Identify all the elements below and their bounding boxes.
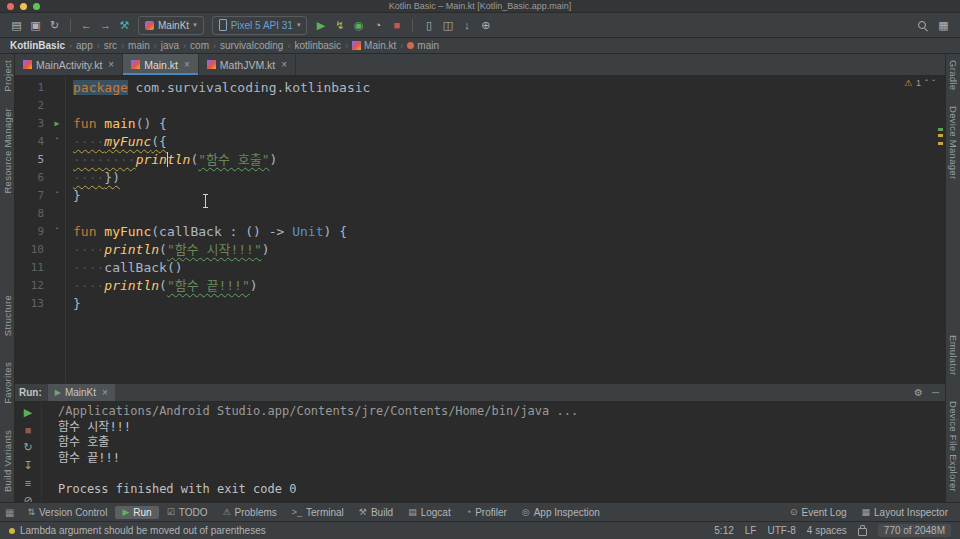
scroll-to-end-icon[interactable]: ↧ (21, 459, 36, 472)
toolwindow-tab-todo[interactable]: ☑TODO (160, 506, 215, 519)
code-line-10[interactable]: 10····println("함수 시작!!!") (15, 241, 945, 259)
breadcrumb-item-main[interactable]: main (128, 40, 150, 51)
search-everywhere-icon[interactable] (914, 17, 931, 34)
toolwindow-button-build-variants[interactable]: Build Variants (2, 430, 13, 492)
restart-icon[interactable]: ↻ (21, 441, 36, 454)
open-file-icon[interactable]: ▤ (8, 17, 25, 34)
rerun-icon[interactable]: ▶ (21, 406, 36, 419)
toolwindow-button-emulator[interactable]: Emulator (948, 335, 959, 375)
toolwindow-tab-build[interactable]: ⚒Build (352, 506, 400, 519)
editor-tab-main-kt[interactable]: Main.kt× (123, 54, 199, 75)
save-all-icon[interactable]: ▣ (27, 17, 44, 34)
sdk-manager-icon[interactable]: ↓ (458, 17, 475, 34)
editor-tab-mathjvm-kt[interactable]: MathJVM.kt× (199, 54, 296, 75)
settings-gear-icon[interactable]: ⚙ (914, 387, 923, 398)
apply-changes-icon[interactable]: ↯ (331, 17, 348, 34)
toolwindow-tab-version-control[interactable]: ⇅Version Control (20, 506, 114, 519)
avd-manager-icon[interactable]: ◫ (439, 17, 456, 34)
code-line-7[interactable]: 7ˆ} (15, 187, 945, 205)
toolwindow-button-device-manager[interactable]: Device Manager (948, 106, 959, 179)
editor-tab-mainactivity-kt[interactable]: MainActivity.kt× (15, 54, 123, 75)
attach-debugger-icon[interactable]: ⊕ (477, 17, 494, 34)
close-icon[interactable]: × (102, 387, 108, 398)
code-text: fun myFunc(callBack : () -> Unit) { (65, 223, 347, 241)
minimize-window-button[interactable] (20, 3, 27, 10)
code-line-8[interactable]: 8 (15, 205, 945, 223)
profile-app-icon[interactable]: ◔ (369, 17, 386, 34)
build-project-icon[interactable]: ⚒ (116, 17, 133, 34)
stop-icon[interactable]: ■ (388, 17, 405, 34)
console-output[interactable]: /Applications/Android Studio.app/Content… (42, 402, 945, 502)
toolwindow-tab-event-log[interactable]: ⊙Event Log (783, 506, 854, 519)
toolwindow-button-device-file-explorer[interactable]: Device File Explorer (948, 401, 959, 492)
next-warning-icon[interactable]: ˇ (932, 78, 935, 88)
print-icon[interactable]: ≡ (21, 477, 36, 489)
device-select[interactable]: Pixel 5 API 31 ▾ (212, 16, 308, 35)
code-text: ········println("함수 호출") (65, 151, 277, 169)
breadcrumb-item-com[interactable]: com (190, 40, 209, 51)
device-manager-icon[interactable]: ▯ (420, 17, 437, 34)
toolwindow-button-gradle[interactable]: Gradle (948, 60, 959, 90)
indent-setting[interactable]: 4 spaces (807, 525, 847, 536)
layout-grid-icon[interactable]: ▦ (935, 17, 952, 34)
run-line-icon[interactable]: ▶ (49, 115, 65, 133)
breadcrumb-item-src[interactable]: src (104, 40, 117, 51)
breadcrumb-item-java[interactable]: java (161, 40, 179, 51)
code-line-5[interactable]: 5········println("함수 호출") (15, 151, 945, 169)
memory-indicator[interactable]: 770 of 2048M (878, 524, 951, 537)
code-line-13[interactable]: 13} (15, 295, 945, 313)
code-editor[interactable]: 1package com.survivalcoding.kotlinbasic2… (15, 76, 945, 383)
forward-icon[interactable]: → (97, 17, 114, 34)
code-line-3[interactable]: 3▶fun main() { (15, 115, 945, 133)
toolwindow-tab-label: Build (371, 507, 393, 518)
run-config-select[interactable]: MainKt ▾ (138, 16, 204, 35)
code-line-1[interactable]: 1package com.survivalcoding.kotlinbasic (15, 79, 945, 97)
toolwindow-toggle-icon[interactable]: ▦ (5, 507, 14, 518)
toolwindow-button-project[interactable]: Project (2, 60, 13, 92)
prev-warning-icon[interactable]: ˆ (925, 78, 928, 88)
debug-icon[interactable]: ◉ (350, 17, 367, 34)
code-line-12[interactable]: 12····println("함수 끝!!!") (15, 277, 945, 295)
hide-panel-icon[interactable]: ─ (932, 387, 939, 398)
run-icon: ▶ (122, 507, 129, 517)
stop-icon[interactable]: ■ (21, 424, 36, 436)
breadcrumb-item-survivalcoding[interactable]: survivalcoding (220, 40, 283, 51)
toolwindow-tab-app-inspection[interactable]: ◎App Inspection (515, 506, 607, 519)
toolwindow-tab-problems[interactable]: ⚠Problems (215, 506, 283, 519)
toolwindow-button-structure[interactable]: Structure (2, 295, 13, 336)
toolwindow-button-resource-manager[interactable]: Resource Manager (2, 108, 13, 194)
breadcrumb-item-app[interactable]: app (76, 40, 93, 51)
zoom-window-button[interactable] (33, 3, 40, 10)
file-encoding[interactable]: UTF-8 (767, 525, 795, 536)
code-line-11[interactable]: 11····callBack() (15, 259, 945, 277)
lock-icon[interactable] (858, 528, 867, 536)
close-icon[interactable]: × (281, 59, 287, 70)
toolwindow-tab-terminal[interactable]: >_Terminal (285, 506, 351, 519)
toolwindow-tab-logcat[interactable]: ▤Logcat (401, 506, 458, 519)
close-window-button[interactable] (7, 3, 14, 10)
status-message[interactable]: Lambda argument should be moved out of p… (9, 525, 266, 536)
breadcrumb-item-main-kt[interactable]: Main.kt (352, 40, 396, 51)
inspection-widget[interactable]: ⚠ 1 ˆ ˇ (904, 78, 935, 88)
close-icon[interactable]: × (108, 59, 114, 70)
breadcrumb-item-kotlinbasic[interactable]: kotlinbasic (294, 40, 341, 51)
toolwindow-tab-profiler[interactable]: ◔Profiler (459, 506, 514, 519)
toolwindow-tab-run[interactable]: ▶Run (115, 506, 158, 519)
code-line-6[interactable]: 6····}) (15, 169, 945, 187)
code-line-4[interactable]: 4ˇ····myFunc({ (15, 133, 945, 151)
toolwindow-tab-layout-inspector[interactable]: ▦Layout Inspector (855, 506, 955, 519)
main-toolbar: ▤▣↻ ←→⚒ MainKt ▾ Pixel 5 API 31 ▾ ▶↯◉◔■ … (0, 13, 960, 38)
breadcrumb-item-kotlinbasic[interactable]: KotlinBasic (10, 40, 65, 51)
toolwindow-button-favorites[interactable]: Favorites (2, 362, 13, 404)
caret-position[interactable]: 5:12 (714, 525, 733, 536)
breadcrumb-item-main[interactable]: main (407, 40, 439, 51)
back-icon[interactable]: ← (78, 17, 95, 34)
close-icon[interactable]: × (184, 59, 190, 70)
sync-icon[interactable]: ↻ (46, 17, 63, 34)
line-separator[interactable]: LF (745, 525, 757, 536)
code-line-9[interactable]: 9ˇfun myFunc(callBack : () -> Unit) { (15, 223, 945, 241)
code-line-2[interactable]: 2 (15, 97, 945, 115)
code-lines: 1package com.survivalcoding.kotlinbasic2… (15, 79, 945, 313)
run-icon[interactable]: ▶ (312, 17, 329, 34)
run-tab[interactable]: ▶ MainKt × (48, 384, 115, 401)
